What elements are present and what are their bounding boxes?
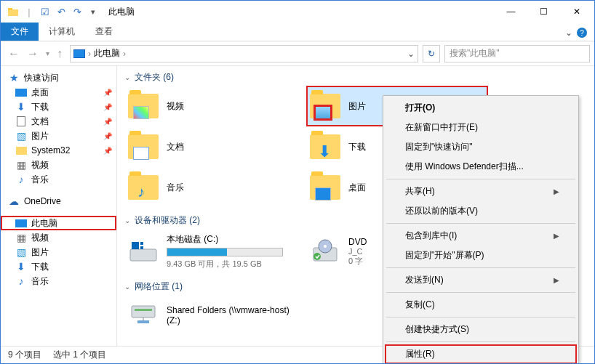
- group-title: 网络位置 (1): [135, 280, 183, 293]
- sidebar-item-pictures[interactable]: ▧图片📌: [1, 129, 116, 143]
- context-menu: 打开(O) 在新窗口中打开(E) 固定到"快速访问" 使用 Windows De…: [383, 95, 579, 364]
- sidebar-item-music2[interactable]: ♪音乐: [1, 274, 116, 288]
- pc-icon: [73, 49, 85, 58]
- maximize-button[interactable]: ☐: [527, 1, 560, 22]
- tab-computer[interactable]: 计算机: [39, 23, 85, 41]
- folder-icon: [127, 90, 159, 122]
- document-icon: [15, 116, 27, 126]
- drive-icon: [127, 235, 159, 267]
- folder-documents[interactable]: 文档: [124, 126, 306, 167]
- qat-dropdown-icon[interactable]: ▾: [87, 5, 100, 18]
- svg-rect-12: [137, 320, 149, 323]
- menu-separator: [386, 223, 575, 224]
- sidebar-onedrive[interactable]: ☁OneDrive: [1, 194, 116, 209]
- item-sublabel: J_C: [348, 247, 367, 256]
- chevron-right-icon: ▶: [554, 276, 559, 284]
- search-input[interactable]: 搜索"此电脑": [444, 45, 590, 62]
- nav-history-icon[interactable]: ▾: [43, 49, 52, 57]
- status-item-count: 9 个项目: [8, 349, 41, 361]
- sidebar-item-videos2[interactable]: ▦视频: [1, 230, 116, 245]
- help-icon[interactable]: ?: [577, 28, 587, 38]
- breadcrumb-item[interactable]: 此电脑: [94, 47, 120, 60]
- minimize-button[interactable]: —: [495, 1, 527, 22]
- folder-icon: [309, 171, 341, 203]
- breadcrumb-dropdown-icon[interactable]: ⌄: [407, 49, 415, 59]
- breadcrumb[interactable]: › 此电脑 › ⌄: [70, 45, 418, 62]
- sidebar-item-system32[interactable]: System32📌: [1, 143, 116, 158]
- menu-defender-scan[interactable]: 使用 Windows Defender扫描...: [385, 157, 577, 177]
- sidebar-item-label: OneDrive: [24, 196, 61, 206]
- sidebar-item-desktop[interactable]: 桌面📌: [1, 85, 116, 100]
- pin-icon: 📌: [103, 118, 112, 126]
- menu-share[interactable]: 共享(H)▶: [385, 182, 577, 201]
- menu-open-new-window[interactable]: 在新窗口中打开(E): [385, 118, 577, 137]
- group-header-folders[interactable]: ⌄文件夹 (6): [124, 69, 587, 86]
- ribbon-expand-icon[interactable]: ⌄: [565, 28, 572, 38]
- svg-rect-1: [8, 8, 12, 10]
- folder-icon: [7, 5, 20, 18]
- svg-rect-3: [132, 242, 139, 249]
- pin-icon: 📌: [103, 89, 112, 97]
- item-label: 文档: [167, 141, 184, 153]
- sidebar-item-label: System32: [31, 145, 70, 155]
- status-selected-count: 选中 1 个项目: [53, 349, 106, 361]
- item-label: 桌面: [348, 182, 366, 194]
- menu-pin-quick-access[interactable]: 固定到"快速访问": [385, 137, 577, 157]
- drive-c[interactable]: 本地磁盘 (C:) 9.43 GB 可用，共 19.5 GB: [124, 229, 306, 274]
- sidebar-item-downloads2[interactable]: ⬇下载: [1, 259, 116, 274]
- menu-restore-versions[interactable]: 还原以前的版本(V): [385, 201, 577, 221]
- sidebar-item-label: 视频: [31, 232, 49, 244]
- window-controls: — ☐ ✕: [495, 1, 593, 22]
- item-label: 本地磁盘 (C:): [167, 233, 283, 246]
- refresh-button[interactable]: ↻: [423, 45, 440, 62]
- sidebar-item-documents[interactable]: 文档📌: [1, 114, 116, 129]
- nav-up-icon[interactable]: ↑: [54, 47, 65, 60]
- sidebar-item-videos[interactable]: ▦视频: [1, 158, 116, 172]
- menu-create-shortcut[interactable]: 创建快捷方式(S): [385, 320, 577, 339]
- sidebar-item-label: 音乐: [31, 275, 49, 288]
- svg-rect-5: [140, 246, 143, 249]
- menu-include-library[interactable]: 包含到库中(I)▶: [385, 226, 577, 246]
- properties-icon[interactable]: ☑: [39, 5, 52, 18]
- video-icon: ▦: [15, 232, 27, 243]
- sidebar-item-pictures2[interactable]: ▧图片: [1, 245, 116, 259]
- undo-icon[interactable]: ↶: [55, 5, 68, 18]
- sidebar-item-music[interactable]: ♪音乐: [1, 172, 116, 187]
- tab-file[interactable]: 文件: [1, 23, 39, 41]
- pc-icon: [15, 218, 27, 228]
- group-title: 文件夹 (6): [135, 71, 174, 84]
- picture-icon: ▧: [15, 247, 27, 257]
- menu-open[interactable]: 打开(O): [385, 98, 577, 118]
- redo-icon[interactable]: ↷: [71, 5, 84, 18]
- menu-pin-start[interactable]: 固定到"开始"屏幕(P): [385, 246, 577, 265]
- sidebar-this-pc[interactable]: 此电脑: [1, 216, 116, 230]
- sidebar-item-label: 此电脑: [31, 217, 57, 230]
- tab-view[interactable]: 查看: [85, 23, 123, 41]
- menu-copy[interactable]: 复制(C): [385, 295, 577, 315]
- download-icon: ⬇: [15, 262, 27, 272]
- nav-forward-icon[interactable]: →: [24, 47, 41, 60]
- menu-properties[interactable]: 属性(R): [385, 344, 577, 364]
- folder-music[interactable]: ♪ 音乐: [124, 167, 306, 208]
- pin-icon: 📌: [103, 132, 112, 140]
- navigation-pane: ★快速访问 桌面📌 ⬇下载📌 文档📌 ▧图片📌 System32📌 ▦视频 ♪音…: [1, 66, 117, 346]
- menu-send-to[interactable]: 发送到(N)▶: [385, 270, 577, 290]
- sidebar-quick-access[interactable]: ★快速访问: [1, 70, 116, 85]
- sidebar-item-downloads[interactable]: ⬇下载📌: [1, 100, 116, 114]
- group-title: 设备和驱动器 (2): [135, 214, 200, 227]
- svg-rect-2: [130, 249, 156, 261]
- folder-icon: ♪: [127, 171, 159, 203]
- folder-icon: [127, 131, 159, 163]
- folder-videos[interactable]: 视频: [124, 86, 306, 126]
- item-sublabel: 0 字: [348, 256, 367, 267]
- nav-back-icon[interactable]: ←: [5, 47, 23, 60]
- folder-icon: [309, 90, 341, 122]
- sidebar-item-label: 图片: [31, 130, 49, 142]
- ribbon-tabs: 文件 计算机 查看 ⌄ ?: [1, 23, 594, 41]
- close-button[interactable]: ✕: [560, 1, 593, 22]
- address-bar: ← → ▾ ↑ › 此电脑 › ⌄ ↻ 搜索"此电脑": [1, 41, 594, 66]
- sidebar-item-label: 桌面: [31, 86, 49, 99]
- sidebar-item-label: 音乐: [31, 174, 49, 186]
- network-shared[interactable]: Shared Folders (\\vmware-host) (Z:): [124, 295, 306, 336]
- title-bar: | ☑ ↶ ↷ ▾ 此电脑 — ☐ ✕: [1, 1, 594, 23]
